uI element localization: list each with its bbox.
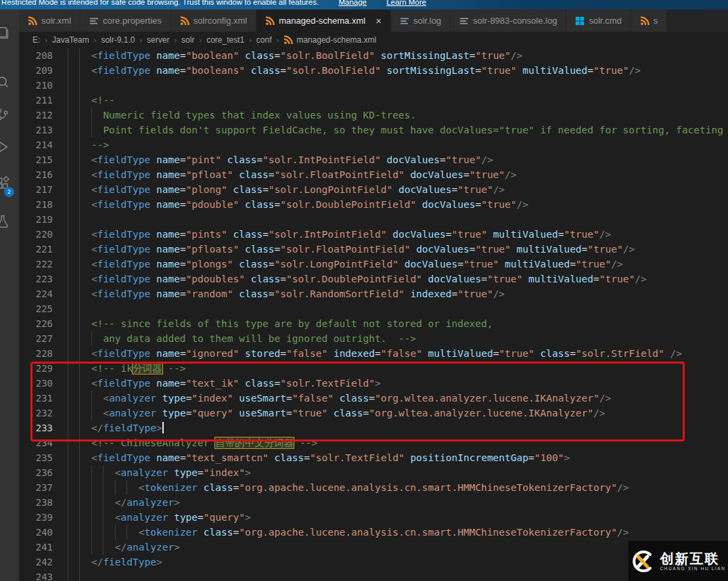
code-line-233[interactable]: 233 </fieldType> [19,421,728,435]
code-text: <fieldType name="pdoubles" class="solr.D… [68,272,647,286]
code-line-243[interactable]: 243 [19,569,728,581]
code-line-209[interactable]: 209 <fieldType name="booleans" class="so… [19,63,728,78]
manage-link[interactable]: Manage [338,0,367,6]
code-line-219[interactable]: 219 [19,212,728,227]
indent-guide [79,212,80,227]
line-number: 225 [19,301,53,316]
code-text: <!-- [68,93,115,108]
chevron-right-icon: › [174,36,177,44]
line-number: 217 [19,182,53,197]
search-icon[interactable] [0,74,12,91]
tab-label: solrconfig.xml [194,16,247,26]
code-text: <fieldType name="random" class="solr.Ran… [68,286,505,301]
breadcrumb-item-solr-9.1.0[interactable]: solr-9.1.0 [101,35,135,45]
tab-managed-schema.xml[interactable]: managed-schema.xml× [256,9,391,32]
tab-core.properties[interactable]: core.properties [81,9,171,32]
indent-guide [68,569,68,581]
tab-solr.xml[interactable]: solr.xml [19,9,81,32]
list-icon [459,16,469,26]
breadcrumb-item-core_test1[interactable]: core_test1 [206,35,244,45]
code-line-232[interactable]: 232 <analyzer type="query" useSmart="tru… [19,406,728,421]
code-line-237[interactable]: 237 <tokenizer class="org.apache.lucene.… [19,480,728,495]
code-line-239[interactable]: 239 <analyzer type="query"> [19,510,728,525]
code-line-217[interactable]: 217 <fieldType name="plong" class="solr.… [19,182,728,197]
code-line-240[interactable]: 240 <tokenizer class="org.apache.lucene.… [19,525,728,540]
rss-icon [640,16,650,26]
tab-solr-8983-console.log[interactable]: solr-8983-console.log [451,9,566,32]
rss-icon [28,16,37,26]
code-text: <fieldType name="ignored" stored="false"… [68,346,682,361]
code-line-225[interactable]: 225 [19,301,728,316]
code-line-223[interactable]: 223 <fieldType name="pdoubles" class="so… [19,272,728,286]
line-number: 211 [19,93,53,108]
breadcrumb-item-server[interactable]: server [147,35,169,45]
code-line-214[interactable]: 214 --> [19,137,728,152]
line-number: 221 [19,242,53,257]
breadcrumb-file[interactable]: managed-schema.xml [283,35,376,45]
breadcrumb: E:›JavaTeam›solr-9.1.0›server›solr›core_… [19,32,728,48]
line-number: 235 [19,450,53,465]
code-line-218[interactable]: 218 <fieldType name="pdouble" class="sol… [19,197,728,212]
code-text: </fieldType> [68,421,164,435]
code-line-212[interactable]: 212 Numeric field types that index value… [19,108,728,123]
code-line-238[interactable]: 238 </analyzer> [19,495,728,510]
list-icon [400,16,409,26]
code-line-235[interactable]: 235 <fieldType name="text_smartcn" class… [19,450,728,465]
tab-solrconfig.xml[interactable]: solrconfig.xml [171,9,256,32]
code-editor[interactable]: 208 <fieldType name="boolean" class="sol… [19,48,728,581]
line-number: 234 [19,435,53,450]
breadcrumb-item-solr[interactable]: solr [181,35,194,45]
source-control-icon[interactable] [0,107,12,123]
code-text: <fieldType name="pdouble" class="solr.Do… [68,197,528,212]
code-line-229[interactable]: 229 <!-- ik分词器 --> [19,361,728,376]
code-line-210[interactable]: 210 [19,78,728,93]
restricted-mode-message: Restricted Mode is intended for safe cod… [1,0,319,6]
code-text: <fieldType name="booleans" class="solr.B… [68,63,641,78]
line-number: 218 [19,197,53,212]
line-number: 216 [19,167,53,182]
code-line-228[interactable]: 228 <fieldType name="ignored" stored="fa… [19,346,728,361]
line-number: 233 [19,421,53,435]
code-text: <!-- since fields of this type are by de… [68,316,493,331]
code-line-211[interactable]: 211 <!-- [19,93,728,108]
code-line-213[interactable]: 213 Point fields don't support FieldCach… [19,123,728,137]
code-line-221[interactable]: 221 <fieldType name="pfloats" class="sol… [19,242,728,257]
code-line-224[interactable]: 224 <fieldType name="random" class="solr… [19,286,728,301]
code-text: <fieldType name="pfloat" class="solr.Flo… [68,167,517,182]
code-line-208[interactable]: 208 <fieldType name="boolean" class="sol… [19,48,728,63]
line-number: 223 [19,272,53,286]
line-number: 220 [19,227,53,242]
code-text: <analyzer type="query"> [68,510,251,525]
test-beaker-icon[interactable] [0,214,12,230]
files-icon[interactable] [0,26,12,42]
code-line-226[interactable]: 226 <!-- since fields of this type are b… [19,316,728,331]
tab-label: solr.cmd [589,16,621,26]
close-icon[interactable]: × [376,16,382,26]
breadcrumb-item-conf[interactable]: conf [256,35,272,45]
line-number: 227 [19,331,53,346]
code-text: <!-- ChineseAnalyzer 自带的中文分词器 --> [68,435,317,450]
breadcrumb-item-E-[interactable]: E: [32,35,40,45]
tab-s[interactable]: s [631,9,668,32]
code-line-216[interactable]: 216 <fieldType name="pfloat" class="solr… [19,167,728,182]
code-line-215[interactable]: 215 <fieldType name="pint" class="solr.I… [19,152,728,167]
rss-icon [265,16,275,26]
code-line-231[interactable]: 231 <analyzer type="index" useSmart="fal… [19,391,728,406]
code-line-222[interactable]: 222 <fieldType name="plongs" class="solr… [19,257,728,272]
code-line-234[interactable]: 234 <!-- ChineseAnalyzer 自带的中文分词器 --> [19,435,728,450]
tab-solr.cmd[interactable]: solr.cmd [566,9,631,32]
code-line-230[interactable]: 230 <fieldType name="text_ik" class="sol… [19,376,728,391]
code-line-220[interactable]: 220 <fieldType name="pints" class="solr.… [19,227,728,242]
code-line-236[interactable]: 236 <analyzer type="index"> [19,465,728,480]
code-line-241[interactable]: 241 </analyzer> [19,540,728,555]
watermark-subtitle: CHUANG XIN HU LIAN [660,566,725,571]
code-line-242[interactable]: 242 </fieldType> [19,555,728,569]
code-line-227[interactable]: 227 any data added to them will be ignor… [19,331,728,346]
breadcrumb-item-JavaTeam[interactable]: JavaTeam [52,35,89,45]
code-text: <fieldType name="plong" class="solr.Long… [68,182,505,197]
watermark: 创新互联 CHUANG XIN HU LIAN [629,541,728,581]
tab-label: s [654,16,658,26]
learn-more-link[interactable]: Learn More [386,0,426,6]
run-debug-icon[interactable] [0,139,12,156]
tab-solr.log[interactable]: solr.log [391,9,451,32]
